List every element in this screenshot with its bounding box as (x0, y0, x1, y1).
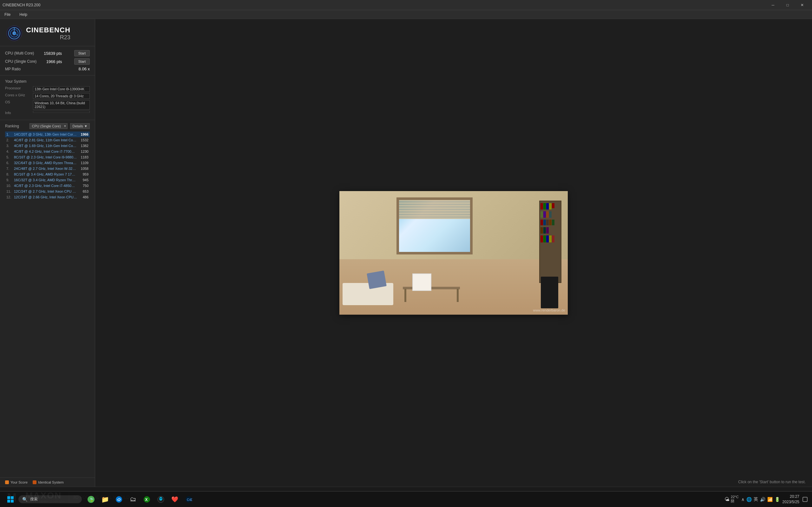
ranking-item-2[interactable]: 2. 4C/8T @ 2.81 GHz, 11th Gen Intel Core… (5, 137, 90, 143)
taskbar-cinema4d-icon[interactable]: C4D (182, 493, 195, 505)
info-value (33, 111, 90, 113)
taskbar-files-icon[interactable]: 🗂 (126, 493, 140, 505)
single-core-label: CPU (Single Core) (5, 59, 37, 64)
os-row: OS Windows 10, 64 Bit, China (build 2262… (5, 100, 90, 110)
sound-icon[interactable]: 🔊 (760, 497, 765, 502)
rank-name: 14C/20T @ 3 GHz, 13th Gen Intel Core i9-… (14, 132, 77, 136)
taskbar-clock[interactable]: 20:27 2023/5/25 (782, 494, 799, 505)
your-score-dot (5, 481, 9, 484)
ranking-dropdown-wrapper[interactable]: CPU (Single Core) CPU (Multi Core) ▼ (30, 123, 67, 129)
rank-score: 1183 (77, 155, 89, 159)
ranking-item-7[interactable]: 7. 24C/48T @ 2.7 GHz, Intel Xeon W-3265M… (5, 166, 90, 171)
single-core-value: 1966 pts (46, 59, 62, 64)
rank-score: 486 (77, 195, 89, 199)
ranking-item-11[interactable]: 11. 12C/24T @ 2.7 GHz, Intel Xeon CPU E5… (5, 188, 90, 194)
rank-number: 4. (6, 150, 14, 153)
battery-icon[interactable]: 🔋 (774, 497, 780, 502)
menu-help[interactable]: Help (17, 12, 29, 17)
logo-cinebench: CINEBENCH (26, 26, 70, 34)
close-button[interactable]: ✕ (795, 0, 809, 10)
taskbar-folder-icon[interactable]: 📁 (98, 493, 112, 505)
ranking-item-5[interactable]: 5. 8C/16T @ 2.3 GHz, Intel Core i9-9880H… (5, 154, 90, 160)
identical-system-dot (33, 481, 37, 484)
clock-time: 20:27 (782, 494, 799, 499)
ranking-item-1[interactable]: 1. 14C/20T @ 3 GHz, 13th Gen Intel Core … (5, 131, 90, 137)
mp-ratio-value: 8.06 x (79, 66, 90, 71)
rank-score: 1382 (77, 144, 89, 148)
scores-section: CPU (Multi Core) 15839 pts Start CPU (Si… (0, 46, 95, 75)
wifi-icon[interactable]: 📶 (767, 497, 773, 502)
notification-button[interactable] (802, 493, 808, 505)
rank-number: 8. (6, 172, 14, 176)
status-hint: Click on the 'Start' button to run the t… (738, 480, 806, 484)
ranking-item-4[interactable]: 4. 4C/8T @ 4.2 GHz, Intel Core i7-7700K … (5, 149, 90, 154)
taskbar: 🔍 搜索 🍃 📁 🗂 X (0, 491, 812, 507)
left-panel: CINEBENCH R23 CPU (Multi Core) 15839 pts… (0, 19, 95, 487)
taskbar-green-leaf-icon[interactable]: 🍃 (84, 493, 98, 505)
legend-section: Your Score Identical System (0, 477, 95, 487)
ranking-title: Ranking (5, 124, 19, 128)
main-layout: CINEBENCH R23 CPU (Multi Core) 15839 pts… (0, 19, 812, 487)
alienware-icon (157, 496, 164, 503)
rank-name: 8C/16T @ 3.4 GHz, AMD Ryzen 7 1700X Eigh… (14, 172, 77, 176)
taskbar-search-box[interactable]: 🔍 搜索 (18, 495, 82, 503)
svg-text:X: X (145, 498, 148, 502)
ranking-item-10[interactable]: 10. 4C/8T @ 2.3 GHz, Intel Core i7-4850H… (5, 183, 90, 188)
details-button[interactable]: Details ▼ (70, 123, 90, 129)
system-title: Your System (5, 79, 90, 83)
ranking-dropdown[interactable]: CPU (Single Core) CPU (Multi Core) (30, 123, 67, 129)
rank-number: 2. (6, 138, 14, 142)
rank-score: 1966 (77, 132, 89, 136)
ranking-item-3[interactable]: 3. 4C/8T @ 1.69 GHz, 11th Gen Intel Core… (5, 143, 90, 149)
identical-system-legend: Identical System (33, 481, 64, 484)
notification-icon (803, 497, 808, 502)
minimize-button[interactable]: ─ (766, 0, 780, 10)
edge-icon (115, 496, 122, 503)
rank-name: 8C/16T @ 2.3 GHz, Intel Core i9-9880H CP… (14, 155, 77, 159)
network-icon[interactable]: 🌐 (746, 497, 752, 502)
ranking-item-12[interactable]: 12. 12C/24T @ 2.66 GHz, Intel Xeon CPU X… (5, 194, 90, 200)
taskbar-health-icon[interactable]: ❤️ (168, 493, 182, 505)
cores-label: Cores x GHz (5, 93, 31, 97)
rank-score: 945 (77, 178, 89, 182)
taskbar-xbox-icon[interactable]: X (140, 493, 154, 505)
ranking-item-9[interactable]: 9. 16C/32T @ 3.4 GHz, AMD Ryzen Threadri… (5, 177, 90, 183)
rank-number: 6. (6, 161, 14, 165)
info-label: Info (5, 111, 31, 115)
right-panel: www.renderbaron.de (95, 19, 812, 487)
clock-date: 2023/5/25 (782, 499, 799, 505)
table-leg-right (457, 289, 459, 302)
ranking-item-6[interactable]: 6. 32C/64T @ 3 GHz, AMD Ryzen Threadripp… (5, 160, 90, 166)
logo-version: R23 (26, 34, 70, 41)
window-controls: ─ □ ✕ (766, 0, 809, 10)
table-leg-left (404, 289, 406, 302)
tray-arrow-icon[interactable]: ∧ (741, 497, 745, 502)
svg-rect-11 (11, 500, 14, 503)
taskbar-alien-icon[interactable] (154, 493, 167, 505)
cinebench-logo-icon (6, 25, 22, 41)
your-score-label: Your Score (10, 481, 28, 484)
rank-name: 32C/64T @ 3 GHz, AMD Ryzen Threadripper … (14, 161, 77, 165)
taskbar-right: 🌤 22°C 阴 ∧ 🌐 英 🔊 📶 🔋 20:27 2023/5/25 (724, 493, 808, 505)
multi-start-button[interactable]: Start (74, 50, 90, 56)
svg-point-14 (116, 496, 122, 503)
multi-core-row: CPU (Multi Core) 15839 pts Start (5, 50, 90, 56)
logo-text: CINEBENCH R23 (26, 26, 70, 41)
window-title: CINEBENCH R23.200 (3, 3, 40, 7)
weather-condition: 阴 (731, 499, 739, 504)
maximize-button[interactable]: □ (780, 0, 795, 10)
processor-row: Processor 13th Gen Intel Core i9-13900HK (5, 86, 90, 92)
taskbar-edge-icon[interactable] (112, 493, 125, 505)
lang-icon[interactable]: 英 (754, 497, 758, 502)
windows-logo-icon (7, 496, 14, 503)
temp-text-block: 22°C 阴 (731, 495, 739, 504)
single-start-button[interactable]: Start (74, 58, 90, 65)
menu-file[interactable]: File (3, 12, 12, 17)
start-button[interactable] (4, 493, 17, 505)
cores-value: 14 Cores, 20 Threads @ 3 GHz (33, 93, 90, 99)
cores-row: Cores x GHz 14 Cores, 20 Threads @ 3 GHz (5, 93, 90, 99)
title-bar: CINEBENCH R23.200 ─ □ ✕ (0, 0, 812, 10)
single-core-row: CPU (Single Core) 1966 pts Start (5, 58, 90, 65)
ranking-item-8[interactable]: 8. 8C/16T @ 3.4 GHz, AMD Ryzen 7 1700X E… (5, 171, 90, 177)
folder-icon: 📁 (101, 496, 109, 503)
